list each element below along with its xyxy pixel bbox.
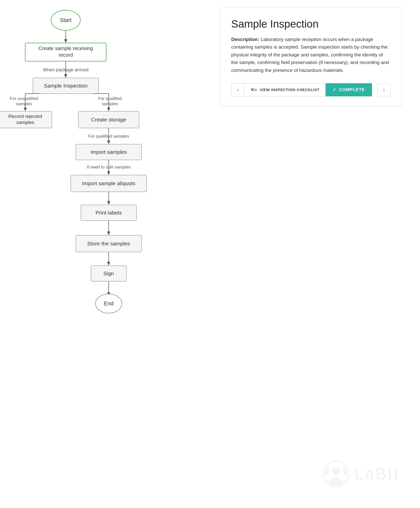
flowchart: Start Create sample receiving record Whe… — [0, 0, 210, 508]
svg-text:Import samples: Import samples — [90, 149, 127, 155]
svg-text:samples: samples — [16, 101, 32, 106]
svg-marker-46 — [107, 262, 110, 266]
svg-marker-3 — [64, 39, 67, 43]
svg-marker-34 — [107, 171, 110, 175]
svg-text:Start: Start — [60, 17, 72, 23]
description-label: Description: — [231, 37, 259, 42]
svg-text:Create sample receiving: Create sample receiving — [38, 46, 93, 51]
nav-right-button[interactable]: › — [377, 83, 390, 96]
svg-marker-29 — [107, 140, 110, 144]
panel-title: Sample Inspection — [231, 18, 390, 30]
watermark: LaBII — [322, 460, 400, 488]
nav-left-button[interactable]: ‹ — [231, 83, 244, 96]
svg-text:For qualified: For qualified — [98, 96, 122, 101]
complete-button[interactable]: ✓ COMPLETE — [325, 83, 372, 96]
panel-actions: ‹ ✕≡ VIEW INSPECTION CHECKLIST ✓ COMPLET… — [231, 83, 390, 96]
complete-label: COMPLETE — [339, 87, 365, 92]
svg-point-54 — [332, 467, 340, 475]
svg-text:Sample Inspection: Sample Inspection — [44, 83, 88, 89]
svg-text:record: record — [59, 52, 73, 58]
svg-marker-22 — [107, 108, 110, 111]
svg-text:Print labels: Print labels — [96, 210, 122, 216]
checkmark-icon: ✓ — [333, 87, 336, 92]
svg-text:samples: samples — [102, 101, 118, 106]
svg-text:Sign: Sign — [103, 270, 114, 276]
svg-marker-38 — [107, 201, 110, 205]
svg-text:Import sample aliquots: Import sample aliquots — [82, 180, 135, 186]
view-checklist-button[interactable]: ✕≡ VIEW INSPECTION CHECKLIST — [244, 83, 325, 96]
svg-text:samples: samples — [16, 120, 34, 125]
svg-marker-9 — [64, 74, 67, 78]
checklist-label: VIEW INSPECTION CHECKLIST — [260, 88, 320, 92]
watermark-text: LaBII — [355, 464, 400, 483]
info-panel: Sample Inspection Description: Laborator… — [220, 8, 402, 106]
panel-description: Description: Laboratory sample reception… — [231, 36, 390, 74]
description-text: Laboratory sample reception occurs when … — [231, 37, 389, 73]
watermark-icon — [322, 460, 350, 488]
svg-text:Store the samples: Store the samples — [87, 241, 130, 246]
svg-marker-14 — [24, 108, 27, 111]
checklist-icon: ✕≡ — [250, 87, 257, 93]
svg-text:Create storage: Create storage — [91, 117, 126, 122]
svg-marker-42 — [107, 231, 110, 235]
svg-text:For unqualified: For unqualified — [10, 96, 38, 101]
svg-text:End: End — [104, 300, 113, 307]
svg-text:Record rejected: Record rejected — [8, 114, 42, 119]
